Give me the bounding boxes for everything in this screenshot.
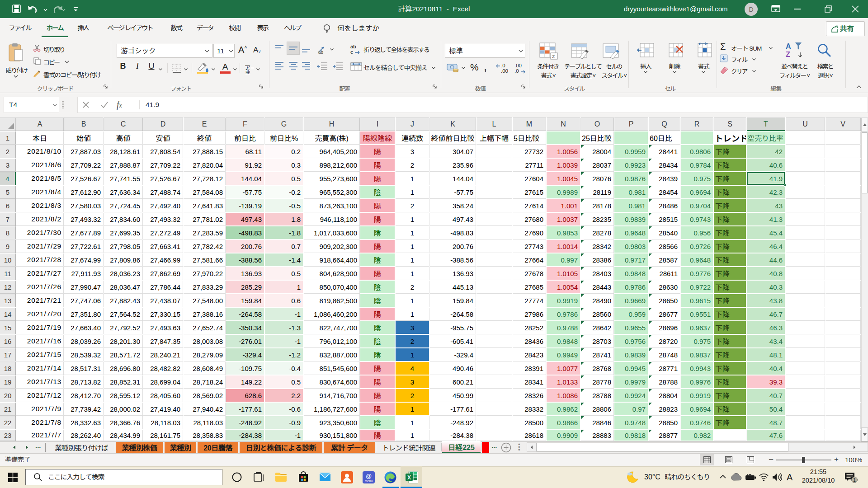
svg-text:@: @ (366, 473, 372, 479)
svg-text:c: c (350, 49, 353, 55)
svg-text:≠: ≠ (552, 53, 555, 60)
svg-text:ab: ab (350, 44, 356, 49)
svg-text:menu: menu (365, 479, 373, 483)
svg-text:1: 1 (853, 477, 856, 483)
svg-text:X: X (407, 474, 411, 481)
svg-text:A: A (786, 42, 791, 50)
svg-text:Z: Z (786, 51, 790, 58)
svg-text:ab: ab (318, 50, 324, 55)
